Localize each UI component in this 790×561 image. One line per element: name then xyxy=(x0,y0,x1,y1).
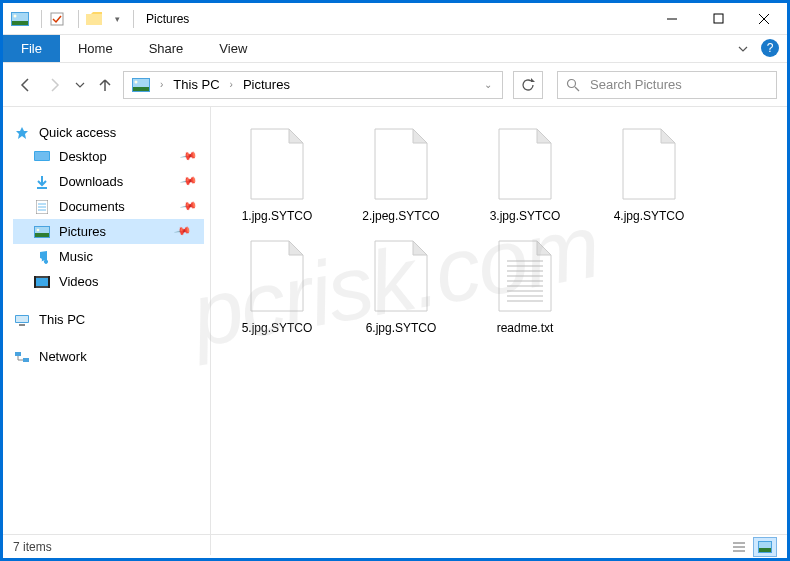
file-name: 6.jpg.SYTCO xyxy=(366,321,437,335)
svg-rect-29 xyxy=(34,276,36,288)
help-button[interactable]: ? xyxy=(761,39,779,57)
chevron-down-icon[interactable]: ⌄ xyxy=(478,79,498,90)
svg-rect-4 xyxy=(51,13,63,25)
file-icon xyxy=(495,239,555,313)
svg-rect-35 xyxy=(23,358,29,362)
tab-view[interactable]: View xyxy=(201,35,265,62)
svg-point-13 xyxy=(135,80,138,83)
sidebar-item-pictures[interactable]: Pictures📌 xyxy=(13,219,204,244)
ribbon: File Home Share View ? xyxy=(3,35,787,63)
svg-point-26 xyxy=(37,228,40,231)
this-pc-header[interactable]: This PC xyxy=(13,308,210,331)
sidebar-item-music[interactable]: Music xyxy=(13,244,210,269)
sidebar-item-label: Documents xyxy=(59,199,125,214)
close-button[interactable] xyxy=(741,4,787,34)
pin-icon: 📌 xyxy=(180,147,199,166)
up-button[interactable] xyxy=(93,73,117,97)
sidebar-item-videos[interactable]: Videos xyxy=(13,269,210,294)
file-name: 3.jpg.SYTCO xyxy=(490,209,561,223)
file-item[interactable]: 3.jpg.SYTCO xyxy=(477,127,573,223)
file-name: 2.jpeg.SYTCO xyxy=(362,209,439,223)
quick-access-header[interactable]: Quick access xyxy=(13,121,210,144)
sidebar-item-desktop[interactable]: Desktop📌 xyxy=(13,144,210,169)
videos-icon xyxy=(33,275,51,289)
svg-rect-34 xyxy=(15,352,21,356)
svg-rect-49 xyxy=(759,542,771,548)
file-tab[interactable]: File xyxy=(3,35,60,62)
svg-rect-33 xyxy=(19,324,25,326)
computer-icon xyxy=(13,313,31,327)
back-button[interactable] xyxy=(13,73,37,97)
breadcrumb-segment[interactable]: Pictures xyxy=(239,77,294,92)
chevron-right-icon[interactable]: › xyxy=(224,79,239,90)
file-name: readme.txt xyxy=(497,321,554,335)
svg-rect-5 xyxy=(86,14,102,25)
recent-locations-button[interactable] xyxy=(73,73,87,97)
qat-dropdown-icon[interactable]: ▾ xyxy=(111,11,123,27)
file-icon xyxy=(619,127,679,201)
separator xyxy=(78,10,79,28)
tab-share[interactable]: Share xyxy=(131,35,202,62)
pin-icon: 📌 xyxy=(180,197,199,216)
minimize-button[interactable] xyxy=(649,4,695,34)
pictures-icon xyxy=(128,78,154,92)
chevron-right-icon[interactable]: › xyxy=(154,79,169,90)
svg-rect-30 xyxy=(48,276,50,288)
sidebar-item-downloads[interactable]: Downloads📌 xyxy=(13,169,210,194)
svg-rect-17 xyxy=(35,152,49,160)
network-icon xyxy=(13,350,31,364)
breadcrumb-segment[interactable]: This PC xyxy=(169,77,223,92)
file-item[interactable]: readme.txt xyxy=(477,239,573,335)
qat-properties-icon[interactable] xyxy=(46,11,68,27)
item-count: 7 items xyxy=(13,540,52,554)
file-icon xyxy=(495,127,555,201)
pictures-icon xyxy=(33,225,51,239)
sidebar-item-label: Videos xyxy=(59,274,99,289)
search-placeholder: Search Pictures xyxy=(590,77,682,92)
svg-rect-12 xyxy=(133,87,149,91)
status-bar: 7 items xyxy=(3,534,787,558)
file-icon xyxy=(371,239,431,313)
expand-ribbon-icon[interactable] xyxy=(729,35,757,62)
folder-icon xyxy=(83,11,105,27)
network-header[interactable]: Network xyxy=(13,345,210,368)
svg-line-15 xyxy=(575,87,579,91)
forward-button[interactable] xyxy=(43,73,67,97)
tab-home[interactable]: Home xyxy=(60,35,131,62)
details-view-button[interactable] xyxy=(727,537,751,557)
file-item[interactable]: 6.jpg.SYTCO xyxy=(353,239,449,335)
separator xyxy=(41,10,42,28)
breadcrumb[interactable]: › This PC › Pictures ⌄ xyxy=(123,71,503,99)
file-item[interactable]: 5.jpg.SYTCO xyxy=(229,239,325,335)
documents-icon xyxy=(33,200,51,214)
refresh-button[interactable] xyxy=(513,71,543,99)
maximize-button[interactable] xyxy=(695,4,741,34)
sidebar-item-documents[interactable]: Documents📌 xyxy=(13,194,210,219)
navigation-pane: Quick access Desktop📌Downloads📌Documents… xyxy=(3,107,211,555)
sidebar-item-label: Pictures xyxy=(59,224,106,239)
svg-rect-2 xyxy=(12,21,28,25)
svg-point-3 xyxy=(14,14,17,17)
pin-icon: 📌 xyxy=(174,222,193,241)
file-item[interactable]: 2.jpeg.SYTCO xyxy=(353,127,449,223)
file-name: 5.jpg.SYTCO xyxy=(242,321,313,335)
search-input[interactable]: Search Pictures xyxy=(557,71,777,99)
file-icon xyxy=(371,127,431,201)
file-item[interactable]: 1.jpg.SYTCO xyxy=(229,127,325,223)
sidebar-item-label: Desktop xyxy=(59,149,107,164)
title-bar: ▾ Pictures xyxy=(3,3,787,35)
file-icon xyxy=(247,239,307,313)
separator xyxy=(133,10,134,28)
sidebar-item-label: Music xyxy=(59,249,93,264)
app-icon xyxy=(9,11,31,27)
file-item[interactable]: 4.jpg.SYTCO xyxy=(601,127,697,223)
svg-rect-25 xyxy=(35,233,49,237)
svg-rect-32 xyxy=(16,316,28,322)
large-icons-view-button[interactable] xyxy=(753,537,777,557)
svg-rect-7 xyxy=(714,14,723,23)
explorer-body: Quick access Desktop📌Downloads📌Documents… xyxy=(3,107,787,555)
svg-rect-28 xyxy=(36,278,48,286)
file-name: 4.jpg.SYTCO xyxy=(614,209,685,223)
file-grid[interactable]: 1.jpg.SYTCO2.jpeg.SYTCO3.jpg.SYTCO4.jpg.… xyxy=(211,107,787,555)
pin-icon: 📌 xyxy=(180,172,199,191)
